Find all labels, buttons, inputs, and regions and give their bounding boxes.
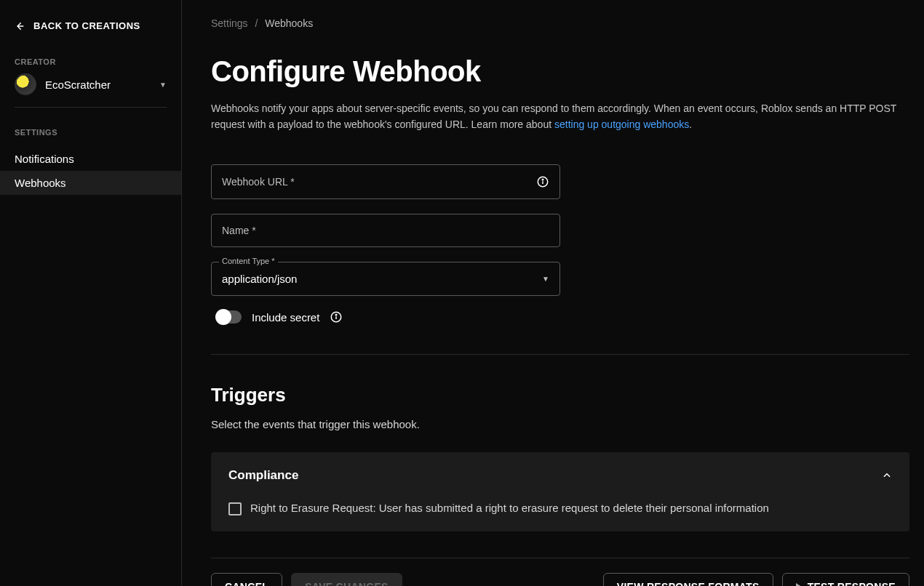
page-description: Webhooks notify your apps about server-s… — [211, 101, 909, 132]
trigger-item-erasure[interactable]: Right to Erasure Request: User has submi… — [228, 502, 892, 515]
content-type-value: application/json — [222, 273, 297, 285]
compliance-panel: Compliance Right to Erasure Request: Use… — [211, 452, 909, 531]
main-content: Settings / Webhooks Configure Webhook We… — [182, 0, 924, 586]
trigger-item-label: Right to Erasure Request: User has submi… — [250, 502, 769, 514]
compliance-panel-header[interactable]: Compliance — [228, 468, 892, 483]
creator-selector[interactable]: EcoScratcher ▼ — [0, 73, 181, 107]
name-label: Name * — [222, 225, 256, 236]
page-title: Configure Webhook — [211, 55, 909, 88]
cancel-button[interactable]: CANCEL — [211, 573, 282, 586]
triggers-title: Triggers — [211, 384, 909, 406]
sidebar-item-notifications[interactable]: Notifications — [0, 147, 181, 171]
info-icon[interactable] — [536, 175, 549, 188]
breadcrumb: Settings / Webhooks — [211, 17, 909, 29]
info-icon[interactable] — [330, 310, 343, 324]
webhook-url-field[interactable]: Webhook URL * — [211, 164, 560, 199]
arrow-left-icon — [15, 21, 25, 31]
compliance-panel-title: Compliance — [228, 468, 298, 483]
name-field[interactable]: Name * — [211, 214, 560, 247]
creator-name: EcoScratcher — [45, 79, 151, 91]
include-secret-label: Include secret — [252, 311, 319, 324]
creator-heading: CREATOR — [0, 37, 181, 73]
triggers-description: Select the events that trigger this webh… — [211, 418, 909, 430]
avatar — [15, 73, 36, 95]
section-divider — [211, 354, 909, 355]
include-secret-row: Include secret — [217, 310, 909, 324]
footer-actions: CANCEL SAVE CHANGES VIEW RESPONSE FORMAT… — [211, 573, 909, 586]
webhook-url-label: Webhook URL * — [222, 176, 295, 188]
breadcrumb-separator: / — [255, 17, 258, 29]
content-type-select[interactable]: Content Type * application/json ▼ — [211, 262, 560, 296]
back-to-creations-link[interactable]: BACK TO CREATIONS — [0, 15, 181, 37]
checkbox[interactable] — [228, 502, 242, 515]
content-type-float-label: Content Type * — [219, 257, 278, 265]
test-response-button[interactable]: TEST RESPONSE — [782, 573, 909, 586]
sidebar: BACK TO CREATIONS CREATOR EcoScratcher ▼… — [0, 0, 182, 586]
save-changes-button: SAVE CHANGES — [291, 573, 402, 586]
sidebar-item-webhooks[interactable]: Webhooks — [0, 171, 181, 195]
setup-webhooks-link[interactable]: setting up outgoing webhooks — [554, 119, 689, 130]
back-label: BACK TO CREATIONS — [33, 20, 140, 31]
caret-down-icon: ▼ — [542, 275, 549, 283]
svg-point-2 — [542, 180, 543, 181]
toggle-knob — [215, 309, 231, 325]
play-icon — [796, 583, 802, 586]
chevron-up-icon — [882, 470, 892, 481]
svg-point-5 — [336, 315, 338, 316]
breadcrumb-root[interactable]: Settings — [211, 17, 248, 29]
include-secret-toggle[interactable] — [217, 310, 242, 324]
breadcrumb-current: Webhooks — [265, 17, 313, 29]
footer-divider — [211, 558, 909, 558]
test-response-label: TEST RESPONSE — [808, 581, 896, 586]
settings-heading: SETTINGS — [0, 108, 181, 147]
view-response-formats-button[interactable]: VIEW RESPONSE FORMATS — [603, 573, 773, 586]
caret-down-icon: ▼ — [159, 81, 167, 89]
